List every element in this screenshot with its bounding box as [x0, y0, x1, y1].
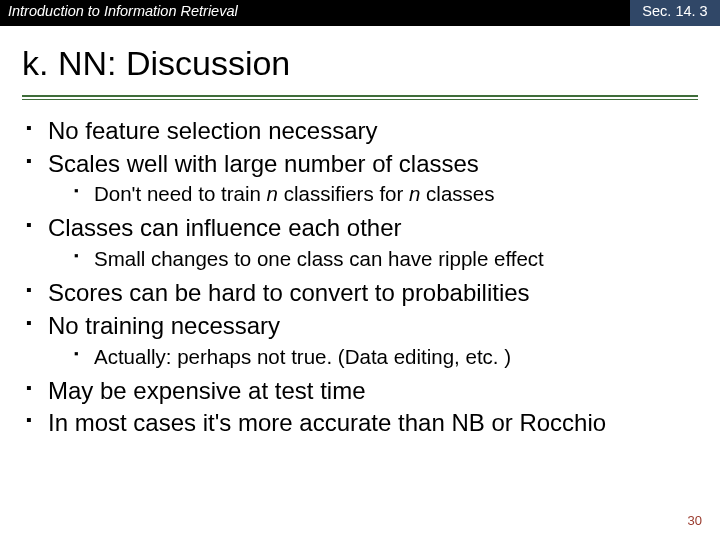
bullet-text: Scales well with large number of classes	[48, 150, 479, 177]
bullet-list: No feature selection necessary Scales we…	[20, 116, 700, 439]
section-badge: Sec. 14. 3	[630, 0, 720, 26]
content-area: No feature selection necessary Scales we…	[0, 100, 720, 439]
bullet-text: No training necessary	[48, 312, 280, 339]
list-item: In most cases it's more accurate than NB…	[20, 408, 700, 439]
divider-thick	[22, 95, 698, 97]
list-item: Don't need to train n classifiers for n …	[48, 180, 700, 207]
list-item: Classes can influence each other Small c…	[20, 213, 700, 272]
italic-run: n	[409, 182, 420, 205]
course-title: Introduction to Information Retrieval	[0, 0, 630, 26]
bullet-text: Classes can influence each other	[48, 214, 402, 241]
text-run: Don't need to train	[94, 182, 267, 205]
list-item: Small changes to one class can have ripp…	[48, 245, 700, 272]
italic-run: n	[267, 182, 278, 205]
text-run: classes	[420, 182, 494, 205]
list-item: Actually: perhaps not true. (Data editin…	[48, 343, 700, 370]
sub-list: Don't need to train n classifiers for n …	[48, 180, 700, 207]
header-bar: Introduction to Information Retrieval Se…	[0, 0, 720, 26]
list-item: May be expensive at test time	[20, 376, 700, 407]
text-run: classifiers for	[278, 182, 409, 205]
sub-list: Actually: perhaps not true. (Data editin…	[48, 343, 700, 370]
list-item: No feature selection necessary	[20, 116, 700, 147]
title-area: k. NN: Discussion	[0, 26, 720, 89]
list-item: Scales well with large number of classes…	[20, 149, 700, 208]
list-item: Scores can be hard to convert to probabi…	[20, 278, 700, 309]
page-number: 30	[688, 513, 702, 528]
page-title: k. NN: Discussion	[22, 44, 698, 83]
sub-list: Small changes to one class can have ripp…	[48, 245, 700, 272]
list-item: No training necessary Actually: perhaps …	[20, 311, 700, 370]
slide: Introduction to Information Retrieval Se…	[0, 0, 720, 540]
